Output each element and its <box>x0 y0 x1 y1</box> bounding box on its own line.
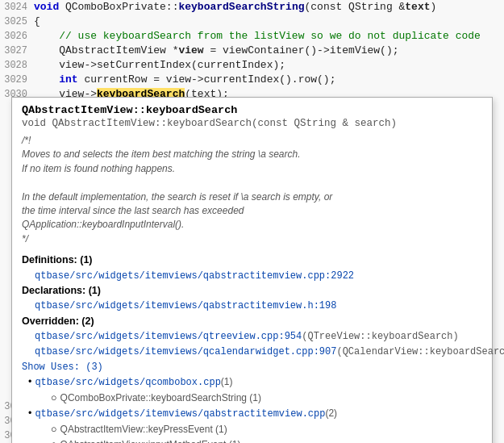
declarations-label: Declarations: (1) <box>22 283 101 299</box>
popup-title: QAbstractItemView::keyboardSearch <box>22 104 482 116</box>
overridden-link-0[interactable]: qtbase/src/widgets/itemviews/qtreeview.c… <box>35 329 302 345</box>
definitions-label: Definitions: (1) <box>22 253 93 268</box>
code-line: 3026 // use keyboardSearch from the list… <box>0 29 504 44</box>
code-line: 3028 view->setCurrentIndex(currentIndex)… <box>0 58 504 73</box>
show-uses-row: Show Uses: (3) <box>22 360 482 375</box>
code-line: 3024 void QComboBoxPrivate::keyboardSear… <box>0 0 504 15</box>
definitions-link-0[interactable]: qtbase/src/widgets/itemviews/qabstractit… <box>35 269 354 284</box>
uses-entries: • qtbase/src/widgets/qcombobox.cpp (1) ○… <box>22 374 482 443</box>
overridden-label: Overridden: (2) <box>22 314 94 329</box>
uses-file-link-0[interactable]: qtbase/src/widgets/qcombobox.cpp <box>35 375 220 391</box>
show-uses-link[interactable]: Show Uses: (3) <box>22 360 103 375</box>
uses-child-row-1-1: ○ QAbstractItemView::inputMethodEvent (1… <box>22 437 482 443</box>
declarations-link-0[interactable]: qtbase/src/widgets/itemviews/qabstractit… <box>35 299 336 314</box>
overridden-row: Overridden: (2) <box>22 314 482 329</box>
code-line: 3029 int currentRow = view->currentIndex… <box>0 73 504 87</box>
declarations-link-row: qtbase/src/widgets/itemviews/qabstractit… <box>22 299 482 314</box>
uses-file-row-1: • qtbase/src/widgets/itemviews/qabstract… <box>22 406 482 422</box>
definitions-row: Definitions: (1) <box>22 253 482 268</box>
overridden-suffix-1: (QCalendarView::keyboardSearch) <box>336 345 504 360</box>
uses-file-row-0: • qtbase/src/widgets/qcombobox.cpp (1) <box>22 374 482 391</box>
hover-popup: QAbstractItemView::keyboardSearch void Q… <box>11 97 493 443</box>
top-code-block: 3024 void QComboBoxPrivate::keyboardSear… <box>0 0 504 102</box>
code-line: 3027 QAbstractItemView *view = viewConta… <box>0 44 504 58</box>
uses-file-link-1[interactable]: qtbase/src/widgets/itemviews/qabstractit… <box>35 407 325 422</box>
overridden-link-1[interactable]: qtbase/src/widgets/itemviews/qcalendarwi… <box>35 345 336 360</box>
declarations-row: Declarations: (1) <box>22 283 482 299</box>
uses-child-row-0-0: ○ QComboBoxPrivate::keyboardSearchString… <box>22 391 482 406</box>
code-line: 3025 { <box>0 15 504 29</box>
code-editor: 3024 void QComboBoxPrivate::keyboardSear… <box>0 0 504 443</box>
overridden-suffix-0: (QTreeView::keyboardSearch) <box>302 329 458 345</box>
uses-child-row-1-0: ○ QAbstractItemView::keyPressEvent (1) <box>22 422 482 437</box>
overridden-link-0-row: qtbase/src/widgets/itemviews/qtreeview.c… <box>22 329 482 345</box>
popup-doc: /*! Moves to and selects the item best m… <box>22 134 482 246</box>
popup-meta: Definitions: (1) qtbase/src/widgets/item… <box>22 253 482 443</box>
popup-signature: void QAbstractItemView::keyboardSearch(c… <box>22 118 482 129</box>
overridden-link-1-row: qtbase/src/widgets/itemviews/qcalendarwi… <box>22 345 482 360</box>
definitions-link-row: qtbase/src/widgets/itemviews/qabstractit… <box>22 269 482 284</box>
